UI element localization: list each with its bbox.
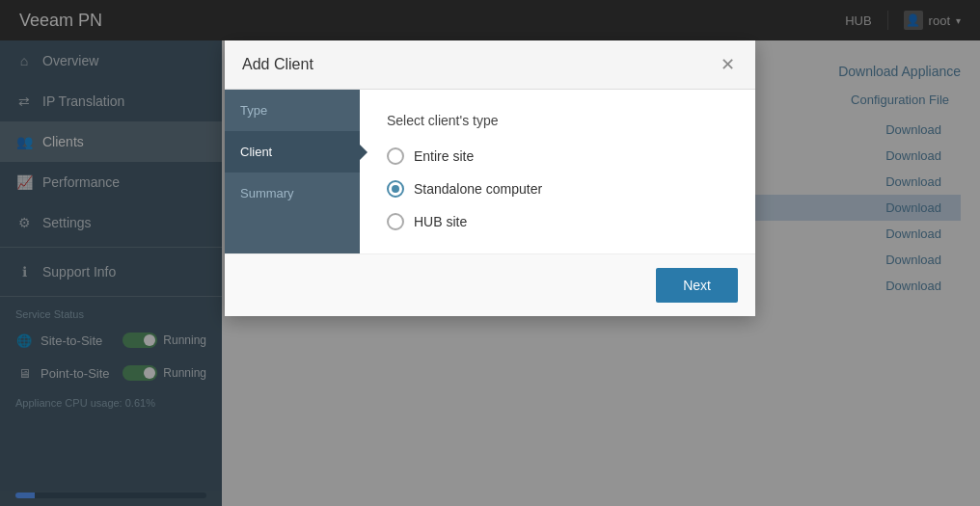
modal-header: Add Client ✕ bbox=[225, 40, 755, 90]
radio-label-standalone: Standalone computer bbox=[414, 181, 542, 197]
modal-overlay: Add Client ✕ Type Client Summary Select … bbox=[0, 0, 980, 506]
wizard-step-summary[interactable]: Summary bbox=[225, 173, 360, 214]
wizard-step-type[interactable]: Type bbox=[225, 90, 360, 131]
next-button[interactable]: Next bbox=[656, 268, 738, 303]
radio-standalone-computer[interactable]: Standalone computer bbox=[387, 180, 728, 198]
radio-hub-site[interactable]: HUB site bbox=[387, 213, 728, 230]
wizard-content: Select client's type Entire site Standal… bbox=[360, 90, 755, 253]
radio-circle-standalone bbox=[387, 180, 404, 198]
add-client-modal: Add Client ✕ Type Client Summary Select … bbox=[225, 40, 755, 316]
client-type-radio-group: Entire site Standalone computer HUB site bbox=[387, 147, 728, 230]
radio-circle-entire-site bbox=[387, 147, 404, 165]
radio-entire-site[interactable]: Entire site bbox=[387, 147, 728, 165]
modal-body: Type Client Summary Select client's type… bbox=[225, 90, 755, 253]
wizard-sidebar: Type Client Summary bbox=[225, 90, 360, 253]
radio-label-hub-site: HUB site bbox=[414, 214, 467, 229]
modal-title: Add Client bbox=[242, 56, 313, 73]
wizard-step-client[interactable]: Client bbox=[225, 131, 360, 173]
wizard-section-title: Select client's type bbox=[387, 113, 728, 128]
radio-circle-hub-site bbox=[387, 213, 404, 230]
modal-close-button[interactable]: ✕ bbox=[717, 54, 738, 75]
radio-label-entire-site: Entire site bbox=[414, 148, 474, 164]
modal-footer: Next bbox=[225, 253, 755, 316]
